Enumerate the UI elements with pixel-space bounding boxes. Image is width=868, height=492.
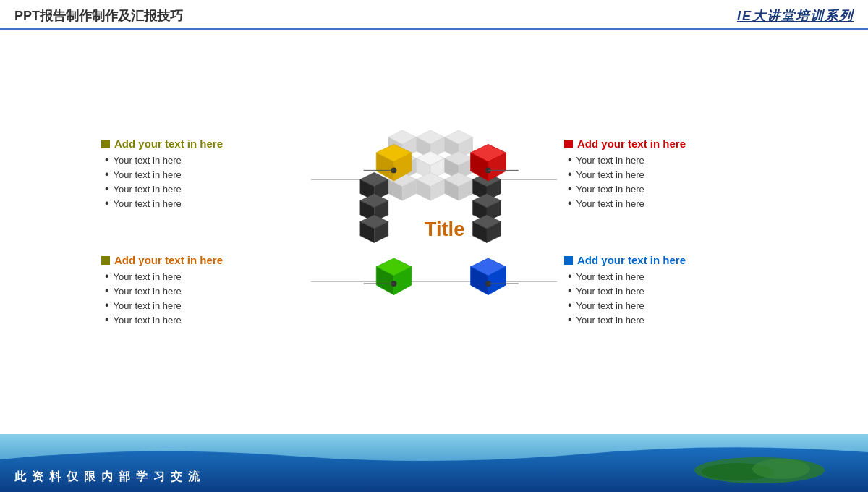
footer: 此资料仅限内部学习交流 [0,434,868,492]
center-diagram: Title [311,102,557,362]
quadrant-top-right: Add your text in here Your text in here … [564,137,767,211]
quadrant-bottom-right-list: Your text in here Your text in here Your… [564,269,767,327]
quadrant-bottom-left: Add your text in here Your text in here … [101,254,304,327]
quadrant-top-left: Add your text in here Your text in here … [101,137,304,211]
header: PPT报告制作制作及汇报技巧 IE大讲堂培训系列 [0,0,868,30]
left-panel: Add your text in here Your text in here … [101,137,311,327]
bullet-square-icon [101,256,110,265]
list-item: Your text in here [568,313,767,327]
bullet-square-icon [101,140,110,148]
list-item: Your text in here [568,196,767,211]
list-item: Your text in here [105,153,304,167]
list-item: Your text in here [568,284,767,298]
list-item: Your text in here [105,182,304,196]
quadrant-top-right-list: Your text in here Your text in here Your… [564,153,767,211]
list-item: Your text in here [568,269,767,284]
quadrant-top-left-list: Your text in here Your text in here Your… [101,153,304,211]
svg-text:Title: Title [425,218,465,240]
list-item: Your text in here [105,313,304,327]
quadrant-top-right-title: Add your text in here [564,137,767,150]
quadrant-bottom-left-list: Your text in here Your text in here Your… [101,269,304,327]
bullet-square-icon [564,140,573,148]
list-item: Your text in here [568,182,767,196]
list-item: Your text in here [568,298,767,313]
list-item: Your text in here [105,269,304,284]
quadrant-top-left-title: Add your text in here [101,137,304,150]
main-content: Add your text in here Your text in here … [0,30,868,435]
list-item: Your text in here [105,196,304,211]
page-title: PPT报告制作制作及汇报技巧 [14,7,183,25]
quadrant-bottom-right-title: Add your text in here [564,254,767,266]
list-item: Your text in here [105,298,304,313]
list-item: Your text in here [105,167,304,182]
bullet-square-icon [564,256,573,265]
svg-point-71 [752,459,810,479]
right-panel: Add your text in here Your text in here … [557,137,767,327]
quadrant-bottom-right: Add your text in here Your text in here … [564,254,767,327]
quadrant-bottom-left-title: Add your text in here [101,254,304,266]
footer-text: 此资料仅限内部学习交流 [14,470,205,485]
cube-diagram-svg: Title [311,102,557,362]
list-item: Your text in here [105,284,304,298]
list-item: Your text in here [568,153,767,167]
header-subtitle: IE大讲堂培训系列 [737,7,854,25]
list-item: Your text in here [568,167,767,182]
